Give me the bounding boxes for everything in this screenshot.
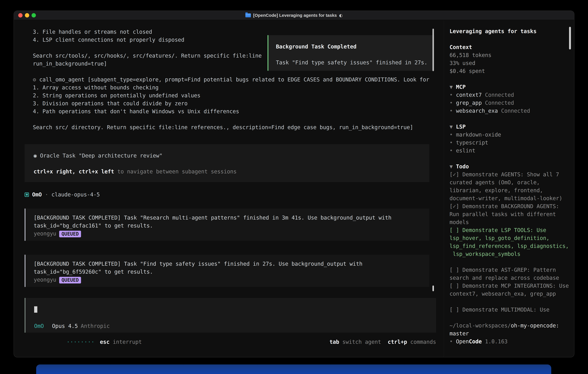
bullet-icon: •	[450, 147, 456, 154]
agent-model: claude-opus-4-5	[52, 191, 100, 198]
workspace-path: ~/local-workspaces/oh-my-opencode:	[450, 322, 570, 330]
queued-badge: QUEUED	[59, 231, 81, 237]
mcp-status: Connected	[482, 92, 514, 98]
traffic-lights	[18, 11, 36, 20]
toast-message: Task "Find type safety issues" finished …	[276, 59, 434, 67]
mcp-status: Connected	[482, 100, 514, 106]
oracle-task-panel: ◉ Oracle Task "Deep architecture review"…	[25, 144, 429, 182]
oracle-task-title-text: Oracle Task "Deep architecture review"	[40, 153, 162, 159]
tool-call-header-text: call_omo_agent [subagent_type=explore, p…	[39, 76, 429, 83]
todo-heading: Todo	[456, 163, 469, 170]
todo-item: [ ] Demonstrate MULTIMODAL: Use	[450, 306, 570, 314]
lsp-section-header[interactable]: ▼ LSP	[450, 123, 570, 131]
prompt-input[interactable]: OmOOpus 4.5Anthropic	[25, 298, 436, 333]
app-name-regular: Open	[456, 338, 469, 345]
message-line: [BACKGROUND TASK COMPLETED] Task "Resear…	[34, 214, 429, 222]
transcript-scrollbar-thumb[interactable]	[432, 285, 434, 291]
workspace-branch: master	[450, 330, 570, 338]
context-heading: Context	[450, 43, 570, 51]
commands-key-hint: ctrl+p	[388, 339, 407, 345]
fisheye-icon: ◉	[33, 153, 40, 159]
prompt-provider: Anthropic	[81, 323, 110, 329]
maximize-button[interactable]	[32, 13, 36, 18]
terminal-window: [OpenCode] Leveraging agents for tasks ◐…	[14, 10, 574, 357]
hint-text: to navigate between subagent sessions	[114, 168, 237, 175]
scrollback-line: 3. File handles or streams not closed	[25, 28, 429, 36]
mcp-item: • grep_app Connected	[450, 99, 570, 107]
lsp-name: markdown-oxide	[456, 132, 501, 138]
context-used: 33% used	[450, 59, 570, 67]
mcp-item: • websearch_exa Connected	[450, 107, 570, 115]
sidebar-scrollbar-thumb[interactable]	[569, 27, 571, 50]
tool-call-text	[36, 76, 39, 83]
todo-item: [✓] Demonstrate AGENTS: Show all 7 curat…	[450, 170, 570, 202]
theme-icon: ◐	[339, 13, 343, 18]
spinner-dots: ········	[67, 339, 95, 345]
prompt-model: Opus 4.5	[52, 323, 78, 329]
bullet-icon: •	[450, 338, 456, 345]
tool-call-footer: Search src/ directory. Return specific f…	[25, 123, 429, 131]
tool-call-item: 3. Division operations that could divide…	[25, 100, 429, 107]
status-right: tab switch agentctrl+p commands	[291, 330, 436, 354]
tab-key-hint: tab	[329, 339, 339, 345]
background-window-strip[interactable]	[36, 364, 551, 374]
lsp-item: • typescript	[450, 139, 570, 147]
tool-call-item: 2. String operations on potentially unde…	[25, 92, 429, 100]
agent-checkbox-icon	[25, 193, 29, 197]
chevron-down-icon: ▼	[450, 84, 456, 90]
context-tokens: 66,518 tokens	[450, 51, 570, 59]
bullet-icon: •	[450, 100, 456, 106]
bullet-icon: •	[450, 140, 456, 146]
message-line: task_id="bg_dcfac161" to get results.	[34, 222, 429, 230]
bullet-icon: •	[450, 92, 456, 98]
background-task-message: [BACKGROUND TASK COMPLETED] Task "Resear…	[25, 208, 429, 241]
lsp-item: • markdown-oxide	[450, 131, 570, 139]
lsp-heading: LSP	[456, 124, 466, 130]
todo-section-header[interactable]: ▼ Todo	[450, 163, 570, 170]
app-version-number: 1.0.163	[482, 338, 508, 345]
status-bar: ········esc interrupt tab switch agentct…	[25, 338, 436, 346]
session-title: Leveraging agents for tasks	[450, 27, 570, 35]
main-scrollbar-thumb[interactable]	[432, 29, 434, 71]
close-button[interactable]	[18, 13, 22, 18]
gear-icon: ⚙	[33, 76, 36, 83]
lsp-name: typescript	[456, 140, 488, 146]
todo-item: [ ] Demonstrate LSP TOOLS: Use lsp_hover…	[450, 226, 570, 258]
folder-icon	[245, 13, 251, 17]
message-meta: yeongyuQUEUED	[34, 276, 429, 284]
app-version: • OpenCode 1.0.163	[450, 338, 570, 345]
esc-key-label: interrupt	[110, 339, 142, 345]
todo-item: [ ] Demonstrate MCP INTEGRATIONS: Use co…	[450, 282, 570, 298]
tab-key-label: switch agent	[339, 339, 381, 345]
message-author: yeongyu	[34, 230, 56, 237]
window-title: [OpenCode] Leveraging agents for tasks ◐	[245, 13, 343, 18]
separator-dot: ·	[42, 191, 52, 198]
spacer	[25, 115, 429, 123]
sidebar: Leveraging agents for tasks Context 66,5…	[444, 20, 574, 357]
background-task-message: [BACKGROUND TASK COMPLETED] Task "Find t…	[25, 255, 429, 287]
tool-call-header: ⚙ call_omo_agent [subagent_type=explore,…	[25, 76, 429, 83]
hint-keys: ctrl+x right, ctrl+x left	[33, 168, 114, 175]
window-title-text: [OpenCode] Leveraging agents for tasks	[253, 13, 337, 18]
agent-name: OmO	[32, 191, 42, 198]
spacer	[33, 160, 429, 168]
background-task-toast: Background Task Completed Task "Find typ…	[268, 35, 434, 71]
desktop: [OpenCode] Leveraging agents for tasks ◐…	[0, 0, 588, 374]
prompt-agent-name: OmO	[34, 323, 44, 329]
status-left: ········esc interrupt	[28, 330, 142, 354]
context-spent: $0.46 spent	[450, 67, 570, 75]
lsp-name: eslint	[456, 147, 475, 154]
agent-session-header[interactable]: OmO · claude-opus-4-5	[25, 191, 429, 198]
text-cursor	[34, 306, 37, 313]
lsp-item: • eslint	[450, 147, 570, 155]
mcp-name: websearch_exa	[456, 108, 498, 114]
window-body: 3. File handles or streams not closed 4.…	[14, 20, 574, 357]
titlebar[interactable]: [OpenCode] Leveraging agents for tasks ◐	[14, 11, 574, 20]
toast-title: Background Task Completed	[276, 43, 434, 51]
mcp-item: • context7 Connected	[450, 91, 570, 99]
minimize-button[interactable]	[25, 13, 29, 18]
bullet-icon: •	[450, 132, 456, 138]
transcript-pane[interactable]: 3. File handles or streams not closed 4.…	[14, 20, 444, 357]
mcp-section-header[interactable]: ▼ MCP	[450, 83, 570, 91]
tool-call-item: 1. Array access without bounds checking	[25, 83, 429, 92]
